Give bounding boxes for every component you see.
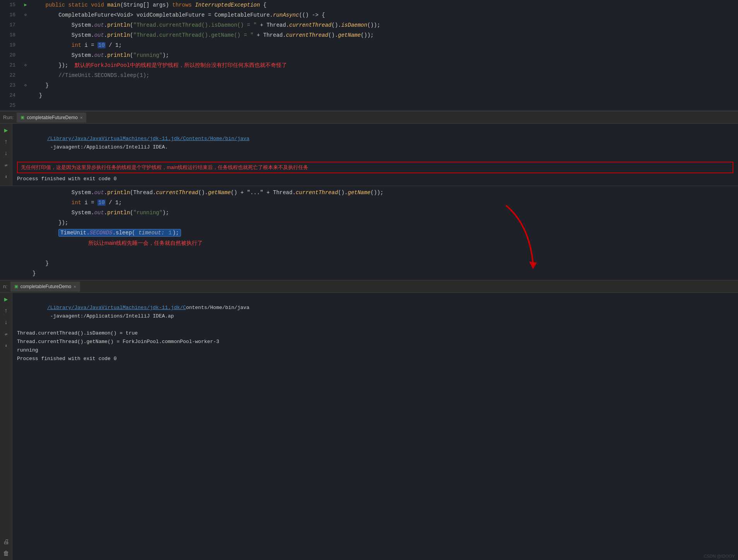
- gutter-21: ◇: [20, 60, 31, 70]
- diamond-16: ◇: [24, 10, 27, 20]
- output-running: running: [17, 346, 733, 355]
- line-num-19: 19: [0, 40, 20, 50]
- output-thread-name: Thread.currentThread().getName() = ForkJ…: [17, 338, 733, 346]
- run-panel-content-2: ▶ ↑ ↓ ⇌ ⬇ 🖨 🗑 /Library/Java/JavaVirtualM…: [0, 293, 738, 560]
- process-exit-1: Process finished with exit code 0: [17, 175, 733, 183]
- code-line-16: 16 ◇ CompletableFuture<Void> voidComplet…: [0, 10, 738, 20]
- run-label-2: n:: [3, 283, 7, 289]
- run-wrap-btn[interactable]: ⇌: [2, 161, 10, 169]
- run-output-1: /Library/Java/JavaVirtualMachines/jdk-11…: [12, 124, 738, 186]
- run-scroll-btn-2[interactable]: ⬇: [2, 341, 10, 350]
- diamond-23: ◇: [24, 80, 27, 90]
- code-content-s6: }: [31, 258, 738, 268]
- code-content-16: CompletableFuture<Void> voidCompletableF…: [31, 10, 738, 20]
- jvm-args-1: -javaagent:/Applications/IntelliJ IDEA.: [47, 144, 168, 150]
- code-content-21: }); 默认的ForkJoinPool中的线程是守护线程，所以控制台没有打印任何…: [31, 60, 738, 70]
- code-content-s1: System.out.println(Thread.currentThread(…: [31, 188, 738, 198]
- code-line-19: 19 int i = 10 / 1;: [0, 40, 738, 50]
- run-tab-name-1: completableFutureDemo: [27, 115, 77, 120]
- line-num-16: 16: [0, 10, 20, 20]
- code-line-18: 18 System.out.println("Thread.currentThr…: [0, 30, 738, 40]
- code-editor-top: 15 ▶ public static void main(String[] ar…: [0, 0, 738, 111]
- output-java-path-2: /Library/Java/JavaVirtualMachines/jdk-11…: [17, 295, 733, 329]
- jvm-args-2: -javaagent:/Applications/IntelliJ IDEA.a…: [47, 313, 174, 319]
- output-java-path-1: /Library/Java/JavaVirtualMachines/jdk-11…: [17, 126, 733, 160]
- code-section-2: System.out.println(Thread.currentThread(…: [0, 186, 738, 280]
- line-num-22: 22: [0, 70, 20, 80]
- run-icon-15[interactable]: ▶: [24, 0, 27, 10]
- code-content-18: System.out.println("Thread.currentThread…: [31, 30, 738, 40]
- code-content-15: public static void main(String[] args) t…: [31, 0, 738, 10]
- code-content-s7: }: [31, 268, 738, 278]
- run-delete-btn-2[interactable]: 🗑: [2, 549, 10, 558]
- run-label-1: Run:: [3, 114, 14, 120]
- code-content-s2: int i = 10 / 1;: [31, 198, 738, 208]
- code-content-22: //TimeUnit.SECONDS.sleep(1);: [31, 70, 738, 80]
- code-line-s4: });: [0, 218, 738, 228]
- diamond-21: ◇: [24, 60, 27, 70]
- code-line-24: 24 }: [0, 90, 738, 101]
- gutter-15: ▶: [20, 0, 31, 10]
- run-down-btn[interactable]: ↓: [2, 149, 10, 158]
- run-wrap-btn-2[interactable]: ⇌: [2, 330, 10, 338]
- watermark: CSDN @IDOOY: [704, 554, 735, 558]
- run-down-btn-2[interactable]: ↓: [2, 318, 10, 327]
- java-path-link-1[interactable]: /Library/Java/JavaVirtualMachines/jdk-11…: [47, 136, 249, 142]
- run-scroll-btn[interactable]: ⬇: [2, 172, 10, 181]
- run-tab-bar-2: n: ▣ completableFutureDemo ×: [0, 280, 738, 293]
- java-path-cont: ontents/Home/bin/java: [186, 305, 249, 311]
- code-line-17: 17 System.out.println("Thread.currentThr…: [0, 20, 738, 30]
- run-panel-2: n: ▣ completableFutureDemo × ▶ ↑ ↓ ⇌ ⬇ 🖨…: [0, 280, 738, 560]
- red-arrow-annotation: [498, 201, 545, 273]
- run-play-btn-2[interactable]: ▶: [2, 295, 10, 304]
- code-content-20: System.out.println("running");: [31, 50, 738, 60]
- run-tab-icon-2: ▣: [14, 284, 18, 289]
- run-panel-1: Run: ▣ completableFutureDemo × ▶ ↑ ↓ ⇌ ⬇…: [0, 111, 738, 186]
- line-num-20: 20: [0, 50, 20, 60]
- code-line-25: 25: [0, 101, 738, 111]
- error-box-1: 无任何打印值，这是因为这里异步执行任务的线程是个守护线程，main线程运行结束后…: [17, 162, 733, 173]
- code-line-21: 21 ◇ }); 默认的ForkJoinPool中的线程是守护线程，所以控制台没…: [0, 60, 738, 70]
- code-content-tu: TimeUnit.SECONDS.sleep( timeout: 1); 所以让…: [31, 228, 738, 258]
- code-line-s6: }: [0, 258, 738, 268]
- error-text-1: 无任何打印值，这是因为这里异步执行任务的线程是个守护线程，main线程运行结束后…: [21, 164, 308, 170]
- code-content-s4: });: [31, 218, 738, 228]
- code-content-17: System.out.println("Thread.currentThread…: [31, 20, 738, 30]
- run-tab-2[interactable]: ▣ completableFutureDemo ×: [10, 282, 80, 292]
- run-tab-1[interactable]: ▣ completableFutureDemo ×: [17, 113, 86, 123]
- output-thread-daemon: Thread.currentThread().isDaemon() = true: [17, 329, 733, 338]
- line-num-17: 17: [0, 20, 20, 30]
- run-output-2: /Library/Java/JavaVirtualMachines/jdk-11…: [12, 293, 738, 560]
- line-num-18: 18: [0, 30, 20, 40]
- line-num-15: 15: [0, 0, 20, 10]
- process-exit-2: Process finished with exit code 0: [17, 355, 733, 363]
- line-num-21: 21: [0, 60, 20, 70]
- run-sidebar-1: ▶ ↑ ↓ ⇌ ⬇: [0, 124, 12, 186]
- run-tab-bar-1: Run: ▣ completableFutureDemo ×: [0, 111, 738, 124]
- code-line-s2: int i = 10 / 1;: [0, 198, 738, 208]
- run-tab-name-2: completableFutureDemo: [20, 284, 71, 289]
- line-num-23: 23: [0, 80, 20, 90]
- code-line-s7: }: [0, 268, 738, 278]
- code-line-s1: System.out.println(Thread.currentThread(…: [0, 188, 738, 198]
- code-line-23: 23 ◇ }: [0, 80, 738, 90]
- tab-close-2[interactable]: ×: [73, 284, 76, 289]
- run-up-btn-2[interactable]: ↑: [2, 307, 10, 315]
- java-path-link-2[interactable]: /Library/Java/JavaVirtualMachines/jdk-11…: [47, 305, 186, 311]
- run-print-btn-2[interactable]: 🖨: [2, 538, 10, 546]
- code-content-s3: System.out.println("running");: [31, 208, 738, 218]
- run-play-btn[interactable]: ▶: [2, 126, 10, 135]
- code-line-22: 22 //TimeUnit.SECONDS.sleep(1);: [0, 70, 738, 80]
- svg-marker-0: [529, 261, 537, 269]
- code-content-19: int i = 10 / 1;: [31, 40, 738, 50]
- gutter-16: ◇: [20, 10, 31, 20]
- tab-close-1[interactable]: ×: [80, 115, 82, 120]
- code-content-24: }: [31, 90, 738, 101]
- run-sidebar-2: ▶ ↑ ↓ ⇌ ⬇ 🖨 🗑: [0, 293, 12, 560]
- run-up-btn[interactable]: ↑: [2, 138, 10, 146]
- code-line-timeunit: TimeUnit.SECONDS.sleep( timeout: 1); 所以让…: [0, 228, 738, 258]
- gutter-23: ◇: [20, 80, 31, 90]
- line-num-25: 25: [0, 101, 20, 111]
- code-line-15: 15 ▶ public static void main(String[] ar…: [0, 0, 738, 10]
- line-num-24: 24: [0, 90, 20, 101]
